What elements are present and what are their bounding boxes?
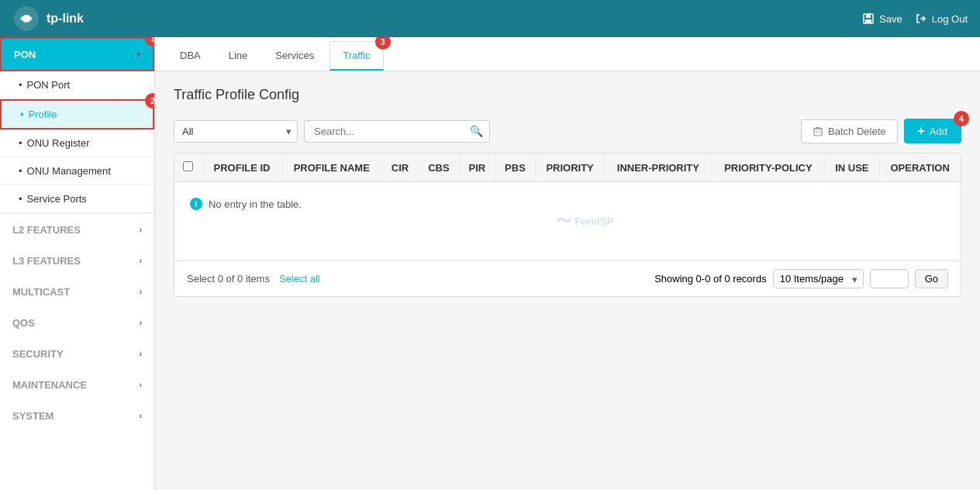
maintenance-label: Maintenance <box>12 379 87 391</box>
empty-message: No entry in the table. <box>209 198 302 210</box>
sidebar-item-profile[interactable]: • Profile 2 <box>0 99 154 129</box>
save-icon <box>862 12 875 25</box>
main-layout: PON ▾ 1 • PON Port • Profile 2 • ONU Reg… <box>0 37 980 490</box>
pon-group: PON ▾ 1 • PON Port • Profile 2 • ONU Reg… <box>0 37 154 214</box>
l2-label: L2 FEATURES <box>12 224 81 236</box>
forosp-watermark: 〜 ForoISP <box>556 211 613 232</box>
col-cbs: CBS <box>419 154 460 182</box>
col-pbs: PBS <box>495 154 536 182</box>
pon-chevron-icon: ▾ <box>136 50 140 59</box>
security-label: Security <box>12 348 64 360</box>
add-label: Add <box>930 126 947 137</box>
svg-point-1 <box>23 16 29 22</box>
delete-icon <box>813 126 823 136</box>
sidebar-item-qos[interactable]: QoS › <box>0 307 154 338</box>
sidebar-item-service-ports[interactable]: • Service Ports <box>0 185 154 213</box>
sidebar-item-l2-features[interactable]: L2 FEATURES › <box>0 214 154 245</box>
tab-bar: DBA Line Services Traffic 3 <box>155 37 980 71</box>
bullet-icon: • <box>19 79 22 91</box>
bullet-icon: • <box>20 109 24 120</box>
logo-text: tp-link <box>47 12 84 26</box>
sidebar: PON ▾ 1 • PON Port • Profile 2 • ONU Reg… <box>0 37 155 490</box>
select-all-checkbox-header[interactable] <box>174 154 202 182</box>
sidebar-item-onu-register[interactable]: • ONU Register <box>0 129 154 157</box>
system-chevron-icon: › <box>140 412 142 420</box>
search-input[interactable] <box>311 121 470 142</box>
showing-label: Showing 0-0 of 0 records <box>654 273 767 285</box>
logout-label: Log Out <box>932 13 968 25</box>
bullet-icon: • <box>19 193 22 205</box>
sidebar-item-system[interactable]: System › <box>0 400 154 431</box>
qos-chevron-icon: › <box>140 319 142 327</box>
add-badge: 4 <box>954 111 969 126</box>
select-all-link[interactable]: Select all <box>279 273 320 285</box>
tab-dba[interactable]: DBA <box>167 42 213 71</box>
filter-select[interactable]: All <box>174 120 298 143</box>
plus-icon: + <box>918 124 925 138</box>
svg-rect-4 <box>865 19 871 22</box>
profile-badge: 2 <box>145 93 155 109</box>
sidebar-item-security[interactable]: Security › <box>0 338 154 369</box>
content-area: DBA Line Services Traffic 3 Traffic Prof… <box>155 37 980 490</box>
toolbar: All 🔍 <box>174 119 961 143</box>
col-priority: PRIORITY <box>535 154 604 182</box>
bullet-icon: • <box>19 137 22 149</box>
l3-chevron-icon: › <box>140 257 142 265</box>
logout-button[interactable]: Log Out <box>915 12 968 25</box>
batch-delete-button[interactable]: Batch Delete <box>801 119 897 143</box>
forosp-text: ForoISP <box>575 216 613 227</box>
svg-rect-3 <box>866 14 871 18</box>
pon-header[interactable]: PON ▾ 1 <box>0 37 154 71</box>
add-button[interactable]: + Add 4 <box>904 119 961 143</box>
sidebar-item-pon-port[interactable]: • PON Port <box>0 71 154 99</box>
pon-badge: 1 <box>145 37 155 47</box>
toolbar-left: All 🔍 <box>174 120 490 143</box>
tab-traffic-label: Traffic <box>343 50 370 61</box>
multicast-chevron-icon: › <box>140 288 142 296</box>
col-pir: PIR <box>459 154 495 182</box>
maintenance-chevron-icon: › <box>140 381 142 389</box>
col-inner-priority: INNER-PRIORITY <box>605 154 712 182</box>
select-all-checkbox[interactable] <box>183 161 193 171</box>
security-chevron-icon: › <box>140 350 142 358</box>
col-cir: CIR <box>381 154 418 182</box>
empty-table-row: i No entry in the table. 〜 ForoISP <box>174 182 961 261</box>
sidebar-item-label: ONU Management <box>27 165 111 177</box>
batch-delete-label: Batch Delete <box>828 126 885 137</box>
empty-cell: i No entry in the table. 〜 ForoISP <box>174 182 961 261</box>
tab-line[interactable]: Line <box>216 42 261 71</box>
tab-line-label: Line <box>229 50 248 61</box>
logout-icon <box>915 12 927 25</box>
tab-services[interactable]: Services <box>263 42 326 71</box>
col-profile-name: PROFILE NAME <box>281 154 381 182</box>
search-box: 🔍 <box>304 120 490 143</box>
sidebar-item-label: Profile <box>29 109 57 120</box>
sidebar-item-label: PON Port <box>27 79 71 91</box>
l2-chevron-icon: › <box>140 226 142 234</box>
sidebar-item-onu-management[interactable]: • ONU Management <box>0 157 154 185</box>
pon-label: PON <box>14 49 36 60</box>
toolbar-right: Batch Delete + Add 4 <box>801 119 961 143</box>
l3-label: L3 FEATURES <box>12 255 81 267</box>
info-icon: i <box>190 198 202 210</box>
table-header-row: PROFILE ID PROFILE NAME CIR CBS PIR PBS … <box>174 154 961 182</box>
multicast-label: Multicast <box>12 286 70 298</box>
sidebar-item-label: Service Ports <box>27 193 87 205</box>
empty-message-row: i No entry in the table. <box>190 198 945 210</box>
save-button[interactable]: Save <box>862 12 902 25</box>
sidebar-item-multicast[interactable]: Multicast › <box>0 276 154 307</box>
footer-right: Showing 0-0 of 0 records 10 Items/page 2… <box>654 269 948 288</box>
items-per-page-select[interactable]: 10 Items/page 20 Items/page 50 Items/pag… <box>773 269 864 288</box>
page-title: Traffic Profile Config <box>174 87 961 103</box>
sidebar-item-maintenance[interactable]: Maintenance › <box>0 369 154 400</box>
sidebar-item-l3-features[interactable]: L3 FEATURES › <box>0 245 154 276</box>
tab-traffic[interactable]: Traffic 3 <box>330 41 383 71</box>
go-button[interactable]: Go <box>915 269 948 288</box>
navbar: tp-link Save Log Out <box>0 0 980 37</box>
footer-left: Select 0 of 0 items Select all <box>187 273 320 285</box>
filter-wrapper: All <box>174 120 298 143</box>
col-profile-id: PROFILE ID <box>202 154 281 182</box>
page-content: Traffic Profile Config All 🔍 <box>155 71 980 490</box>
select-count: Select 0 of 0 items <box>187 273 270 285</box>
page-number-input[interactable] <box>870 269 909 288</box>
